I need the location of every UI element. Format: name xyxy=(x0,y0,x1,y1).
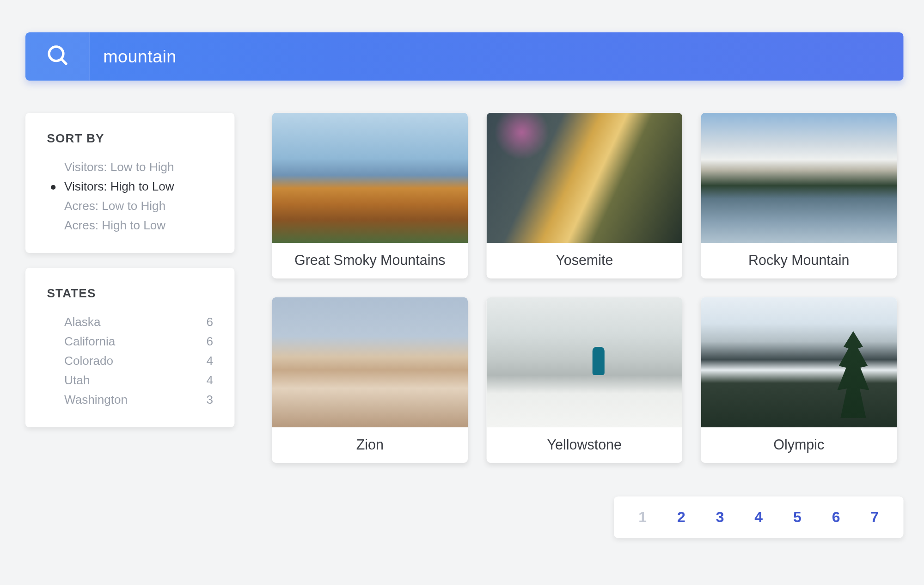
search-icon xyxy=(46,44,68,69)
state-name: Alaska xyxy=(64,315,100,329)
results-area: Great Smoky MountainsYosemiteRocky Mount… xyxy=(272,113,904,538)
page-link[interactable]: 6 xyxy=(826,509,845,526)
result-title: Olympic xyxy=(701,427,897,463)
states-title: STATES xyxy=(47,287,213,301)
state-count: 4 xyxy=(206,374,213,388)
result-title: Zion xyxy=(272,427,468,463)
state-count: 6 xyxy=(206,335,213,349)
states-panel: STATES Alaska6California6Colorado4Utah4W… xyxy=(25,268,234,427)
page-link[interactable]: 4 xyxy=(749,509,768,526)
state-count: 4 xyxy=(206,354,213,368)
page-link[interactable]: 2 xyxy=(672,509,691,526)
result-card[interactable]: Rocky Mountain xyxy=(701,113,897,278)
state-name: Washington xyxy=(64,393,128,407)
sort-panel: SORT BY Visitors: Low to HighVisitors: H… xyxy=(25,113,234,253)
result-card[interactable]: Zion xyxy=(272,297,468,463)
state-filter-item[interactable]: Washington3 xyxy=(47,390,213,410)
result-card[interactable]: Yellowstone xyxy=(487,297,682,463)
sort-option[interactable]: Acres: High to Low xyxy=(47,216,213,235)
state-filter-item[interactable]: Colorado4 xyxy=(47,351,213,371)
states-list: Alaska6California6Colorado4Utah4Washingt… xyxy=(47,313,213,410)
sort-option[interactable]: Visitors: Low to High xyxy=(47,158,213,177)
page-link[interactable]: 3 xyxy=(710,509,729,526)
state-filter-item[interactable]: Alaska6 xyxy=(47,313,213,332)
page-current: 1 xyxy=(633,509,652,526)
result-thumbnail xyxy=(272,297,468,427)
result-thumbnail xyxy=(272,113,468,243)
sort-title: SORT BY xyxy=(47,132,213,146)
result-card[interactable]: Olympic xyxy=(701,297,897,463)
result-thumbnail xyxy=(487,297,682,427)
state-name: Utah xyxy=(64,374,90,388)
state-count: 6 xyxy=(206,315,213,329)
page-link[interactable]: 7 xyxy=(865,509,884,526)
state-filter-item[interactable]: California6 xyxy=(47,332,213,351)
result-title: Great Smoky Mountains xyxy=(272,243,468,278)
result-thumbnail xyxy=(701,113,897,243)
sidebar: SORT BY Visitors: Low to HighVisitors: H… xyxy=(25,113,234,538)
state-name: Colorado xyxy=(64,354,113,368)
results-grid: Great Smoky MountainsYosemiteRocky Mount… xyxy=(272,113,904,463)
pagination: 1234567 xyxy=(614,496,903,538)
page-link[interactable]: 5 xyxy=(788,509,807,526)
result-card[interactable]: Great Smoky Mountains xyxy=(272,113,468,278)
state-filter-item[interactable]: Utah4 xyxy=(47,371,213,390)
svg-line-1 xyxy=(61,59,66,64)
sort-options-list: Visitors: Low to HighVisitors: High to L… xyxy=(47,158,213,235)
result-title: Yosemite xyxy=(487,243,682,278)
state-name: California xyxy=(64,335,115,349)
result-card[interactable]: Yosemite xyxy=(487,113,682,278)
search-icon-button[interactable] xyxy=(25,32,90,80)
result-thumbnail xyxy=(487,113,682,243)
sort-option[interactable]: Acres: Low to High xyxy=(47,197,213,216)
search-bar xyxy=(25,32,904,80)
result-thumbnail xyxy=(701,297,897,427)
result-title: Yellowstone xyxy=(487,427,682,463)
state-count: 3 xyxy=(206,393,213,407)
sort-option[interactable]: Visitors: High to Low xyxy=(47,177,213,197)
result-title: Rocky Mountain xyxy=(701,243,897,278)
search-input[interactable] xyxy=(90,46,903,67)
